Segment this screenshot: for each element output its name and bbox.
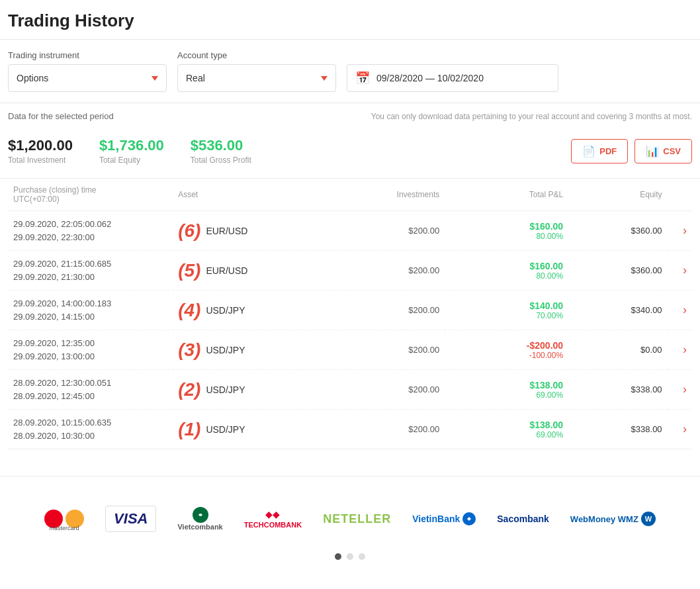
- total-investment-card: $1,200.00 Total Investment: [8, 132, 99, 170]
- trade-number: (4): [178, 300, 200, 321]
- asset-name: USD/JPY: [206, 385, 245, 395]
- payment-logos: mastercard VISA Vietcombank ◆◆ TECHCOMBA…: [0, 492, 700, 545]
- th-equity: Equity: [568, 179, 667, 211]
- sacombank-text: Sacombank: [497, 514, 549, 524]
- dot-3[interactable]: [359, 553, 365, 560]
- time-cell: 29.09.2020, 12:35:0029.09.2020, 13:00:00: [8, 330, 173, 370]
- account-select[interactable]: Real: [177, 64, 336, 92]
- pnl-amount: $140.00: [450, 300, 563, 311]
- expand-cell[interactable]: ›: [668, 211, 692, 251]
- time-cell: 28.09.2020, 12:30:00.05128.09.2020, 12:4…: [8, 370, 173, 410]
- pnl-cell: $160.00 80.00%: [445, 211, 568, 251]
- pdf-label: PDF: [599, 146, 617, 156]
- total-gross-profit-card: $536.00 Total Gross Profit: [191, 132, 278, 170]
- th-pnl: Total P&L: [445, 179, 568, 211]
- trade-number: (1): [178, 419, 200, 440]
- account-label: Account type: [177, 50, 336, 60]
- summary-info-bar: Data for the selected period You can onl…: [8, 111, 692, 121]
- footer-section: mastercard VISA Vietcombank ◆◆ TECHCOMBA…: [0, 476, 700, 578]
- pnl-cell: -$200.00 -100.00%: [445, 330, 568, 370]
- expand-cell[interactable]: ›: [668, 251, 692, 291]
- asset-cell: (4) USD/JPY: [173, 291, 321, 330]
- asset-cell: (3) USD/JPY: [173, 330, 321, 370]
- table-row: 29.09.2020, 21:15:00.68529.09.2020, 21:3…: [8, 251, 692, 291]
- total-equity-card: $1,736.00 Total Equity: [99, 132, 191, 170]
- expand-cell[interactable]: ›: [668, 291, 692, 330]
- pdf-icon: 📄: [582, 145, 595, 158]
- asset-cell: (2) USD/JPY: [173, 370, 321, 410]
- expand-icon[interactable]: ›: [678, 224, 687, 237]
- asset-name: USD/JPY: [206, 345, 245, 355]
- equity-cell: $360.00: [568, 211, 667, 251]
- webmoney-logo: WebMoney WMZ W: [570, 503, 656, 535]
- investment-cell: $200.00: [321, 370, 445, 410]
- svg-text:W: W: [645, 515, 652, 523]
- csv-export-button[interactable]: 📊 CSV: [634, 139, 692, 163]
- pnl-cell: $160.00 80.00%: [445, 251, 568, 291]
- dot-2[interactable]: [347, 553, 353, 560]
- equity-cell: $340.00: [568, 291, 667, 330]
- expand-icon[interactable]: ›: [678, 422, 687, 435]
- expand-icon[interactable]: ›: [678, 263, 687, 277]
- chevron-down-icon: [321, 76, 328, 81]
- csv-label: CSV: [663, 146, 681, 156]
- pnl-amount: $160.00: [450, 261, 563, 271]
- expand-icon[interactable]: ›: [678, 383, 687, 396]
- asset-cell: (5) EUR/USD: [173, 251, 321, 291]
- download-note: You can only download data pertaining to…: [371, 112, 692, 121]
- table-header-row: Purchase (closing) time UTC(+07:00) Asse…: [8, 179, 692, 211]
- table-row: 28.09.2020, 12:30:00.05128.09.2020, 12:4…: [8, 370, 692, 410]
- chevron-down-icon: [152, 76, 158, 81]
- th-expand: [668, 179, 692, 211]
- pagination-dots: [0, 545, 700, 568]
- expand-icon[interactable]: ›: [678, 343, 687, 356]
- equity-cell: $360.00: [568, 251, 667, 291]
- instrument-select[interactable]: Options: [8, 64, 167, 92]
- expand-cell[interactable]: ›: [668, 330, 692, 370]
- page-title: Trading History: [8, 11, 692, 31]
- th-asset: Asset: [173, 179, 321, 211]
- export-actions: 📄 PDF 📊 CSV: [571, 139, 692, 163]
- time-cell: 29.09.2020, 14:00:00.18329.09.2020, 14:1…: [8, 291, 173, 330]
- webmoney-text: WebMoney WMZ: [570, 514, 638, 524]
- total-investment-amount: $1,200.00: [8, 137, 73, 154]
- pnl-cell: $138.00 69.00%: [445, 370, 568, 410]
- total-gross-profit-amount: $536.00: [191, 137, 251, 154]
- tcb-icon: ◆◆: [265, 509, 280, 520]
- expand-cell[interactable]: ›: [668, 370, 692, 410]
- asset-name: EUR/USD: [206, 265, 247, 276]
- expand-cell[interactable]: ›: [668, 410, 692, 449]
- total-gross-profit-label: Total Gross Profit: [191, 156, 251, 165]
- dot-1[interactable]: [335, 553, 341, 560]
- date-filter-group: 📅 09/28/2020 — 10/02/2020: [347, 50, 558, 92]
- summary-section: Data for the selected period You can onl…: [0, 103, 700, 179]
- date-range-picker[interactable]: 📅 09/28/2020 — 10/02/2020: [347, 64, 558, 92]
- trade-number: (5): [178, 260, 200, 281]
- instrument-label: Trading instrument: [8, 50, 167, 60]
- neteller-logo: NETELLER: [323, 503, 391, 535]
- mc-label: mastercard: [44, 525, 84, 531]
- sacombank-logo: Sacombank: [497, 503, 549, 535]
- csv-icon: 📊: [646, 145, 659, 158]
- trade-table-section: Purchase (closing) time UTC(+07:00) Asse…: [0, 179, 700, 449]
- investment-cell: $200.00: [321, 410, 445, 449]
- summary-cards: $1,200.00 Total Investment $1,736.00 Tot…: [8, 132, 278, 170]
- th-time: Purchase (closing) time UTC(+07:00): [8, 179, 173, 211]
- total-investment-label: Total Investment: [8, 156, 73, 165]
- asset-name: USD/JPY: [206, 305, 245, 316]
- pnl-percent: -100.00%: [450, 351, 563, 360]
- vtb-text: VietinBank: [412, 514, 460, 524]
- tcb-text: TECHCOMBANK: [244, 521, 302, 529]
- instrument-value: Options: [17, 73, 48, 83]
- equity-cell: $338.00: [568, 370, 667, 410]
- vcb-text: Vietcombank: [177, 523, 222, 531]
- equity-cell: $0.00: [568, 330, 667, 370]
- investment-cell: $200.00: [321, 211, 445, 251]
- mastercard-logo: mastercard: [44, 503, 84, 535]
- pdf-export-button[interactable]: 📄 PDF: [571, 139, 628, 163]
- pnl-percent: 69.00%: [450, 390, 563, 400]
- trade-table: Purchase (closing) time UTC(+07:00) Asse…: [8, 179, 692, 449]
- trade-table-body: 29.09.2020, 22:05:00.06229.09.2020, 22:3…: [8, 211, 692, 449]
- expand-icon[interactable]: ›: [678, 303, 687, 316]
- page-header: Trading History: [0, 0, 700, 40]
